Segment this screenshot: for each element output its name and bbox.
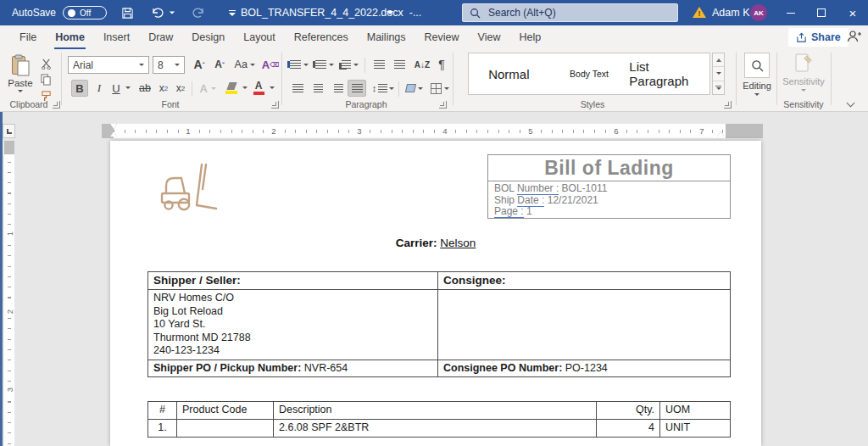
strikethrough-button[interactable]: ab: [136, 80, 154, 97]
highlight-dropdown-icon[interactable]: [241, 86, 249, 89]
tab-review[interactable]: Review: [415, 25, 469, 49]
align-center-button[interactable]: [309, 80, 327, 97]
tab-file[interactable]: File: [10, 25, 46, 49]
shipper-header-cell: Shipper / Seller:: [148, 272, 438, 290]
tab-selector[interactable]: [3, 124, 15, 138]
show-formatting-button[interactable]: ¶: [434, 56, 449, 73]
page-link[interactable]: Page :: [494, 205, 524, 218]
warning-icon[interactable]: !: [693, 7, 706, 18]
ruler-number: 2: [5, 307, 14, 317]
style-body-text[interactable]: Body Text: [549, 53, 630, 94]
tab-insert[interactable]: Insert: [94, 25, 139, 49]
sensitivity-dropdown-icon: [801, 89, 806, 92]
minimize-button[interactable]: [776, 0, 805, 25]
copy-button[interactable]: [37, 72, 54, 87]
bold-button[interactable]: B: [71, 80, 88, 97]
shading-icon: [405, 84, 416, 92]
customize-quick-access-button[interactable]: [224, 5, 241, 20]
borders-icon: [431, 83, 442, 94]
font-color-dropdown-icon[interactable]: [268, 86, 276, 89]
align-right-button[interactable]: [329, 80, 348, 97]
avatar[interactable]: AK: [750, 4, 767, 21]
font-dialog-launcher-icon[interactable]: [271, 101, 279, 109]
grow-font-button[interactable]: Aˆ: [190, 56, 209, 73]
align-center-icon: [314, 84, 323, 92]
text-effects-button[interactable]: A: [197, 80, 219, 97]
sort-button[interactable]: A↓Z: [412, 56, 432, 73]
maximize-button[interactable]: [807, 0, 836, 25]
ruler-number: 4: [441, 125, 449, 137]
collapse-ribbon-button[interactable]: [843, 98, 858, 110]
first-line-indent-marker[interactable]: [110, 124, 117, 129]
font-size-select[interactable]: 8: [153, 56, 185, 74]
font-color-button[interactable]: A: [251, 80, 266, 97]
save-button[interactable]: [119, 5, 136, 20]
tab-references[interactable]: References: [285, 25, 358, 49]
search-input[interactable]: [488, 7, 658, 19]
styles-dialog-launcher-icon[interactable]: [724, 101, 732, 109]
redo-button[interactable]: [190, 5, 207, 20]
multilevel-list-button[interactable]: [339, 56, 361, 73]
italic-button[interactable]: I: [92, 80, 107, 97]
clear-formatting-button[interactable]: A⌫: [261, 56, 280, 73]
minimize-icon: [787, 13, 795, 14]
align-left-button[interactable]: [288, 80, 307, 97]
vertical-ruler[interactable]: 1 2 3: [4, 141, 14, 446]
close-button[interactable]: ×: [837, 0, 868, 25]
superscript-button[interactable]: x2: [173, 80, 188, 97]
change-case-button[interactable]: Aa: [234, 56, 256, 73]
borders-button[interactable]: [429, 80, 451, 97]
tab-stop-icon: [7, 129, 12, 134]
highlight-color-button[interactable]: [222, 80, 241, 97]
document-title-dropdown[interactable]: [381, 5, 398, 20]
editing-button[interactable]: Editing: [741, 53, 773, 105]
hanging-indent-marker[interactable]: [110, 131, 117, 137]
item-product-code-cell: [177, 420, 274, 438]
share-button[interactable]: Share: [788, 28, 849, 47]
multilevel-list-icon: [342, 60, 351, 69]
underline-dropdown-icon[interactable]: [124, 86, 132, 89]
numbering-button[interactable]: [314, 56, 336, 73]
clipboard-dialog-launcher-icon[interactable]: [53, 101, 60, 109]
undo-button[interactable]: [149, 5, 166, 20]
decrease-indent-button[interactable]: [370, 56, 388, 73]
shading-button[interactable]: [403, 80, 426, 97]
bullets-button[interactable]: [288, 56, 310, 73]
styles-scroll-down-button[interactable]: [713, 66, 724, 80]
tab-help[interactable]: Help: [509, 25, 550, 49]
find-icon: [751, 59, 764, 72]
document-page[interactable]: Bill of Lading BOL Number : BOL-1011 Shi…: [110, 141, 761, 446]
tab-view[interactable]: View: [469, 25, 510, 49]
style-normal[interactable]: Normal: [469, 53, 549, 94]
tab-layout[interactable]: Layout: [234, 25, 285, 49]
right-indent-marker[interactable]: [717, 131, 724, 137]
autosave-toggle[interactable]: Off: [63, 6, 107, 20]
styles-scroll-up-button[interactable]: [713, 53, 724, 66]
tab-mailings[interactable]: Mailings: [358, 25, 415, 49]
tab-design[interactable]: Design: [182, 25, 234, 49]
col-qty-header: Qty.: [597, 402, 660, 420]
paste-button[interactable]: Paste: [5, 54, 36, 103]
search-bar[interactable]: [462, 3, 678, 22]
tab-home[interactable]: Home: [46, 25, 94, 49]
horizontal-ruler[interactable]: 1 2 3 4 5 6 7: [102, 124, 763, 138]
font-family-select[interactable]: Arial: [68, 56, 149, 74]
line-spacing-button[interactable]: ↕: [371, 80, 395, 97]
font-group-label: Font: [64, 99, 276, 109]
user-name[interactable]: Adam K: [712, 0, 749, 25]
styles-more-button[interactable]: [713, 81, 724, 94]
shrink-font-button[interactable]: Aˇ: [210, 56, 229, 73]
undo-dropdown[interactable]: [167, 5, 177, 20]
increase-indent-button[interactable]: [390, 56, 409, 73]
sensitivity-button[interactable]: Sensitivity: [782, 53, 826, 97]
tab-draw[interactable]: Draw: [139, 25, 182, 49]
underline-button[interactable]: U: [108, 80, 124, 97]
subscript-button[interactable]: x2: [156, 80, 171, 97]
col-description-header: Description: [274, 402, 597, 420]
cut-button[interactable]: [37, 56, 54, 71]
style-list-paragraph[interactable]: List Paragraph: [629, 53, 709, 94]
ruler-number: 5: [526, 125, 535, 137]
paragraph-dialog-launcher-icon[interactable]: [439, 101, 447, 109]
person-add-icon[interactable]: [846, 30, 861, 43]
justify-button[interactable]: [348, 80, 366, 97]
